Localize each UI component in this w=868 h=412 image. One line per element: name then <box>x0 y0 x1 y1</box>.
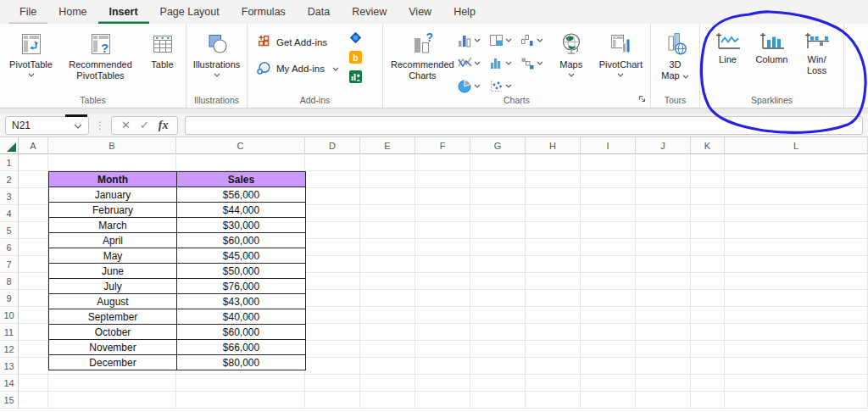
cell-K15[interactable] <box>691 392 725 409</box>
table-header-month[interactable]: Month <box>49 172 177 187</box>
cell-E10[interactable] <box>360 307 415 324</box>
sales-cell-row14[interactable]: $80,000 <box>177 355 306 370</box>
cell-A15[interactable] <box>19 392 48 409</box>
row-header-7[interactable]: 7 <box>0 256 19 273</box>
cell-L13[interactable] <box>725 358 868 375</box>
cell-L15[interactable] <box>725 392 868 409</box>
table-header-sales[interactable]: Sales <box>177 172 306 187</box>
cell-G14[interactable] <box>470 375 526 392</box>
cell-I1[interactable] <box>581 154 636 171</box>
row-header-8[interactable]: 8 <box>0 273 19 290</box>
sparkline-column-button[interactable]: Column <box>750 26 794 65</box>
insert-function-icon[interactable]: fx <box>159 119 169 132</box>
get-addins-button[interactable]: Get Add-ins <box>256 34 339 51</box>
row-header-3[interactable]: 3 <box>0 188 19 205</box>
cell-J1[interactable] <box>636 154 691 171</box>
formula-input[interactable] <box>185 116 863 135</box>
column-header-L[interactable]: L <box>725 137 868 154</box>
cell-E12[interactable] <box>360 341 415 358</box>
cell-H2[interactable] <box>526 171 581 188</box>
cell-G4[interactable] <box>470 205 526 222</box>
cell-F13[interactable] <box>415 358 470 375</box>
cell-F3[interactable] <box>415 188 470 205</box>
cell-A14[interactable] <box>19 375 48 392</box>
cell-K1[interactable] <box>691 154 725 171</box>
insert-hierarchy-chart-button[interactable] <box>488 29 520 52</box>
column-header-D[interactable]: D <box>305 137 360 154</box>
row-header-14[interactable]: 14 <box>0 375 19 392</box>
insert-statistic-chart-button[interactable] <box>488 52 520 75</box>
cell-E1[interactable] <box>360 154 415 171</box>
sales-cell-row3[interactable]: $56,000 <box>177 187 306 203</box>
month-cell-row10[interactable]: August <box>49 294 177 309</box>
addin-app-green-icon[interactable] <box>349 70 362 86</box>
cell-K9[interactable] <box>691 290 725 307</box>
cell-I4[interactable] <box>581 205 636 222</box>
cell-J6[interactable] <box>636 239 691 256</box>
cell-D15[interactable] <box>305 392 360 409</box>
cell-G10[interactable] <box>470 307 526 324</box>
column-header-I[interactable]: I <box>581 137 636 154</box>
cell-L1[interactable] <box>725 154 868 171</box>
cell-K7[interactable] <box>691 256 725 273</box>
cell-E3[interactable] <box>360 188 415 205</box>
cell-G7[interactable] <box>470 256 526 273</box>
cell-B15[interactable] <box>48 392 176 409</box>
cell-F10[interactable] <box>415 307 470 324</box>
cell-E9[interactable] <box>360 290 415 307</box>
sales-cell-row4[interactable]: $44,000 <box>177 203 306 218</box>
select-all-corner[interactable] <box>0 137 19 154</box>
month-cell-row14[interactable]: December <box>49 355 177 370</box>
cell-K10[interactable] <box>691 307 725 324</box>
cell-A11[interactable] <box>19 324 48 341</box>
insert-waterfall-chart-button[interactable] <box>520 29 551 52</box>
cell-L5[interactable] <box>725 222 868 239</box>
sparkline-winloss-button[interactable]: Win/ Loss <box>798 26 837 76</box>
cell-A7[interactable] <box>19 256 48 273</box>
cell-J13[interactable] <box>636 358 691 375</box>
cell-J9[interactable] <box>636 290 691 307</box>
cell-F8[interactable] <box>415 273 470 290</box>
cell-A3[interactable] <box>19 188 48 205</box>
addin-app-blue-icon[interactable] <box>349 31 362 47</box>
cell-A4[interactable] <box>19 205 48 222</box>
cell-A12[interactable] <box>19 341 48 358</box>
cell-E13[interactable] <box>360 358 415 375</box>
cell-J8[interactable] <box>636 273 691 290</box>
cell-L6[interactable] <box>725 239 868 256</box>
column-header-H[interactable]: H <box>526 137 581 154</box>
cell-C15[interactable] <box>176 392 305 409</box>
cell-K14[interactable] <box>691 375 725 392</box>
column-header-G[interactable]: G <box>470 137 526 154</box>
sales-cell-row9[interactable]: $76,000 <box>177 279 306 294</box>
cell-F14[interactable] <box>415 375 470 392</box>
cell-D8[interactable] <box>305 273 360 290</box>
cell-L7[interactable] <box>725 256 868 273</box>
cell-I12[interactable] <box>581 341 636 358</box>
cell-D3[interactable] <box>305 188 360 205</box>
cell-E2[interactable] <box>360 171 415 188</box>
cell-K13[interactable] <box>691 358 725 375</box>
cell-D14[interactable] <box>305 375 360 392</box>
cell-A1[interactable] <box>19 154 48 171</box>
cell-K12[interactable] <box>691 341 725 358</box>
cell-D13[interactable] <box>305 358 360 375</box>
tab-review[interactable]: Review <box>341 0 398 24</box>
3d-map-button[interactable]: 3D Map <box>653 25 698 81</box>
cell-L11[interactable] <box>725 324 868 341</box>
cell-H10[interactable] <box>526 307 581 324</box>
cell-F4[interactable] <box>415 205 470 222</box>
cell-C14[interactable] <box>176 375 305 392</box>
cell-H7[interactable] <box>526 256 581 273</box>
cell-A10[interactable] <box>19 307 48 324</box>
column-header-K[interactable]: K <box>691 137 725 154</box>
cell-E4[interactable] <box>360 205 415 222</box>
cell-J14[interactable] <box>636 375 691 392</box>
column-header-J[interactable]: J <box>636 137 691 154</box>
cell-A8[interactable] <box>19 273 48 290</box>
cell-H4[interactable] <box>526 205 581 222</box>
tab-data[interactable]: Data <box>297 0 341 24</box>
cell-J3[interactable] <box>636 188 691 205</box>
cell-F11[interactable] <box>415 324 470 341</box>
tab-home[interactable]: Home <box>47 0 97 24</box>
